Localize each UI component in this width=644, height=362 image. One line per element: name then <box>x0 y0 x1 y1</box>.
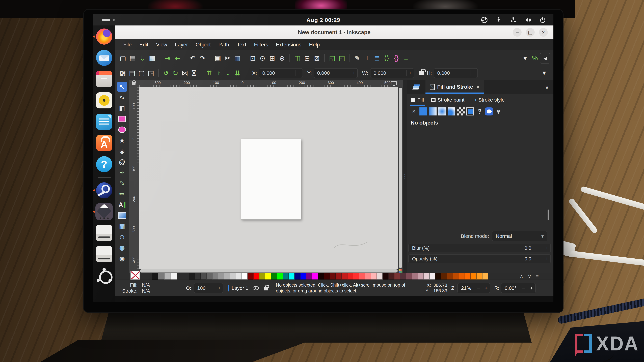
chevron-up-icon[interactable]: ∧ <box>520 273 524 279</box>
horizontal-ruler[interactable]: -300-200-1000100200300400500 <box>139 80 398 87</box>
clone-icon[interactable]: ⊟ <box>302 53 312 63</box>
decrement-icon[interactable]: − <box>343 70 350 76</box>
menu-item[interactable]: Edit <box>136 39 152 50</box>
color-swatch[interactable] <box>206 273 212 280</box>
snap-toggle-icon[interactable]: % <box>530 53 540 63</box>
decrement-icon[interactable]: − <box>536 245 543 251</box>
tool-rectangle[interactable] <box>117 114 127 124</box>
decrement-icon[interactable]: − <box>399 70 406 76</box>
paint-active-icon[interactable] <box>485 107 493 115</box>
rotation-value[interactable]: 0.00° <box>501 285 520 291</box>
tool-selector[interactable]: ↖ <box>117 82 127 92</box>
flip-vertical-icon[interactable]: ⋈ <box>189 68 199 78</box>
increment-icon[interactable]: + <box>543 256 550 262</box>
panel-scrollbar[interactable] <box>548 210 549 220</box>
color-swatch[interactable] <box>230 273 236 280</box>
print-icon[interactable]: ▦ <box>147 53 157 63</box>
menu-item[interactable]: File <box>120 39 136 50</box>
tool-shape-builder[interactable]: ◧ <box>117 103 127 113</box>
panel-splitter[interactable]: ⋮ <box>403 80 407 273</box>
increment-icon[interactable]: + <box>543 245 550 251</box>
tool-spiral[interactable]: @ <box>117 157 127 167</box>
dock-show-apps[interactable] <box>96 267 113 284</box>
save-icon[interactable]: ⇓ <box>138 53 147 63</box>
close-tab-icon[interactable]: × <box>476 84 480 90</box>
color-swatch[interactable] <box>347 273 353 280</box>
color-swatch[interactable] <box>283 273 289 280</box>
color-swatch[interactable] <box>459 273 465 280</box>
opacity-spinner[interactable]: 100 − + <box>194 283 223 293</box>
lower-bottom-icon[interactable]: ⇊ <box>233 68 242 78</box>
raise-icon[interactable]: ↑ <box>214 68 224 78</box>
paint-unknown-icon[interactable]: ? <box>476 107 484 115</box>
paint-swatch-icon[interactable] <box>466 107 474 115</box>
separator[interactable] <box>210 54 210 62</box>
color-swatch[interactable] <box>248 273 254 280</box>
system-tray[interactable] <box>481 16 554 23</box>
tool-ellipse[interactable] <box>117 125 127 135</box>
no-color-swatch[interactable] <box>130 271 140 280</box>
lock-ratio-icon[interactable] <box>419 71 424 75</box>
tool-star[interactable]: ★ <box>117 135 127 145</box>
redo-icon[interactable]: ↷ <box>198 53 207 63</box>
increment-icon[interactable]: + <box>350 70 358 76</box>
unlink-clone-icon[interactable]: ⊠ <box>312 53 322 63</box>
color-swatch[interactable] <box>265 273 271 280</box>
dock-rhythmbox[interactable] <box>96 92 113 109</box>
color-swatch[interactable] <box>430 273 435 280</box>
separator[interactable] <box>290 54 290 62</box>
menu-item[interactable]: Filters <box>250 39 272 50</box>
separator[interactable] <box>202 69 202 77</box>
color-swatch[interactable] <box>382 273 388 280</box>
find-dialog-icon[interactable]: {} <box>392 53 401 63</box>
layer-lock-icon[interactable] <box>264 287 268 291</box>
opacity-value[interactable]: 100 <box>194 285 209 291</box>
increment-icon[interactable]: + <box>216 285 223 291</box>
tool-paint-bucket[interactable]: ◍ <box>117 243 127 253</box>
tool-mesh[interactable]: ▦ <box>117 221 127 231</box>
toolbar-overflow-icon[interactable]: ▼ <box>541 70 550 76</box>
color-swatch[interactable] <box>306 273 312 280</box>
xml-editor-icon[interactable]: ⟨⟩ <box>382 53 392 63</box>
color-swatch[interactable] <box>371 273 377 280</box>
paint-none-icon[interactable]: × <box>410 107 418 115</box>
color-swatch[interactable] <box>242 273 248 280</box>
dock-thunderbird[interactable] <box>96 49 113 66</box>
separator[interactable] <box>245 54 245 62</box>
h-input[interactable]: 0.000 − + <box>434 68 478 78</box>
color-swatch[interactable] <box>447 273 453 280</box>
decrement-icon[interactable]: − <box>288 70 295 76</box>
color-swatch[interactable] <box>365 273 371 280</box>
import-icon[interactable]: ⇥ <box>163 53 172 63</box>
titlebar[interactable]: New document 1 - Inkscape – ▢ × <box>115 25 554 39</box>
dock-libreoffice-writer[interactable] <box>96 113 113 130</box>
zoom-value[interactable]: 21% <box>458 285 474 291</box>
menu-item[interactable]: Text <box>233 39 250 50</box>
tab-stroke-style[interactable]: ⇢ Stroke style <box>472 94 505 106</box>
layer-name[interactable]: Layer 1 <box>232 285 248 291</box>
paint-pattern-icon[interactable] <box>457 107 465 115</box>
color-swatch[interactable] <box>294 273 300 280</box>
menu-item[interactable]: Extensions <box>272 39 305 50</box>
color-swatch[interactable] <box>476 273 482 280</box>
document-page[interactable] <box>241 139 301 220</box>
w-input[interactable]: 0.000 − + <box>370 68 414 78</box>
tab-layers[interactable] <box>407 80 426 94</box>
decrement-icon[interactable]: − <box>536 256 543 262</box>
increment-icon[interactable]: + <box>406 70 414 76</box>
decrement-icon[interactable]: − <box>463 70 470 76</box>
increment-icon[interactable]: + <box>528 285 535 291</box>
collapse-toolbar-icon[interactable]: ◂ <box>540 53 550 63</box>
rotate-ccw-icon[interactable]: ↺ <box>161 68 171 78</box>
ungroup-icon[interactable]: ◰ <box>337 53 347 63</box>
blur-value[interactable]: 0.0 <box>524 245 536 251</box>
tool-text[interactable]: A <box>117 200 127 210</box>
blur-slider[interactable]: Blur (%) 0.0 − + <box>408 244 551 252</box>
network-icon[interactable] <box>510 16 517 23</box>
color-swatch[interactable] <box>200 273 206 280</box>
cut-icon[interactable]: ✂ <box>223 53 232 63</box>
undo-icon[interactable]: ↶ <box>188 53 198 63</box>
toolbar-overflow-icon[interactable]: ▾ <box>520 53 530 63</box>
steam-status-icon[interactable] <box>481 16 488 23</box>
display-mode-icon[interactable] <box>391 81 397 85</box>
